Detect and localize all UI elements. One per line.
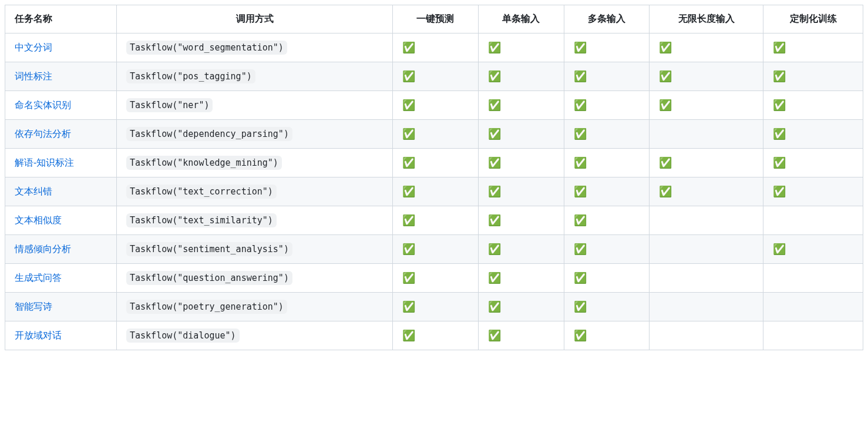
check-icon: ✅ <box>659 42 672 53</box>
invocation-code: Taskflow("dependency_parsing") <box>126 127 292 141</box>
task-link[interactable]: 依存句法分析 <box>15 129 71 139</box>
task-name-cell: 情感倾向分析 <box>5 235 117 264</box>
table-row: 开放域对话Taskflow("dialogue")✅✅✅ <box>5 321 863 350</box>
task-name-cell: 解语-知识标注 <box>5 149 117 177</box>
check-icon: ✅ <box>488 330 501 341</box>
check-cell: ✅ <box>763 62 863 91</box>
invocation-code: Taskflow("dialogue") <box>126 329 240 343</box>
check-cell: ✅ <box>393 321 479 350</box>
check-icon: ✅ <box>773 186 786 197</box>
invocation-cell: Taskflow("text_similarity") <box>117 206 393 235</box>
task-name-cell: 开放域对话 <box>5 321 117 350</box>
check-cell: ✅ <box>393 62 479 91</box>
check-cell: ✅ <box>478 120 564 149</box>
check-cell: ✅ <box>650 149 763 177</box>
table-header: 任务名称 调用方式 一键预测 单条输入 多条输入 无限长度输入 定制化训练 <box>5 5 863 33</box>
check-cell: ✅ <box>393 33 479 62</box>
table-row: 情感倾向分析Taskflow("sentiment_analysis")✅✅✅✅ <box>5 235 863 264</box>
check-cell: ✅ <box>763 149 863 177</box>
table-row: 智能写诗Taskflow("poetry_generation")✅✅✅ <box>5 293 863 321</box>
check-cell <box>650 264 763 293</box>
invocation-code: Taskflow("sentiment_analysis") <box>126 242 292 256</box>
task-link[interactable]: 生成式问答 <box>15 273 62 283</box>
check-cell: ✅ <box>393 149 479 177</box>
check-cell: ✅ <box>650 62 763 91</box>
check-cell: ✅ <box>763 91 863 120</box>
check-icon: ✅ <box>488 99 501 111</box>
check-icon: ✅ <box>488 272 501 284</box>
check-icon: ✅ <box>488 128 501 140</box>
invocation-code: Taskflow("word_segmentation") <box>126 41 287 55</box>
check-cell <box>763 264 863 293</box>
check-cell: ✅ <box>564 62 650 91</box>
check-icon: ✅ <box>574 99 587 111</box>
check-cell: ✅ <box>393 264 479 293</box>
task-link[interactable]: 词性标注 <box>15 71 52 81</box>
check-cell: ✅ <box>393 91 479 120</box>
task-link[interactable]: 情感倾向分析 <box>15 244 71 254</box>
check-cell: ✅ <box>478 33 564 62</box>
invocation-code: Taskflow("question_answering") <box>126 271 292 285</box>
table-row: 解语-知识标注Taskflow("knowledge_mining")✅✅✅✅✅ <box>5 149 863 177</box>
header-one-click-predict: 一键预测 <box>393 5 479 33</box>
table-row: 命名实体识别Taskflow("ner")✅✅✅✅✅ <box>5 91 863 120</box>
task-link[interactable]: 解语-知识标注 <box>15 157 74 167</box>
invocation-code: Taskflow("text_similarity") <box>126 213 277 227</box>
invocation-code: Taskflow("pos_tagging") <box>126 69 255 83</box>
check-cell: ✅ <box>393 235 479 264</box>
task-name-cell: 文本纠错 <box>5 177 117 206</box>
table-row: 中文分词Taskflow("word_segmentation")✅✅✅✅✅ <box>5 33 863 62</box>
check-icon: ✅ <box>402 301 415 313</box>
check-icon: ✅ <box>574 243 587 255</box>
invocation-cell: Taskflow("dialogue") <box>117 321 393 350</box>
check-icon: ✅ <box>488 157 501 169</box>
task-link[interactable]: 命名实体识别 <box>15 100 71 110</box>
header-row: 任务名称 调用方式 一键预测 单条输入 多条输入 无限长度输入 定制化训练 <box>5 5 863 33</box>
check-cell: ✅ <box>478 321 564 350</box>
check-icon: ✅ <box>402 330 415 341</box>
check-icon: ✅ <box>402 157 415 169</box>
check-icon: ✅ <box>773 243 786 255</box>
task-link[interactable]: 智能写诗 <box>15 301 52 311</box>
check-icon: ✅ <box>402 243 415 255</box>
table-row: 生成式问答Taskflow("question_answering")✅✅✅ <box>5 264 863 293</box>
table-body: 中文分词Taskflow("word_segmentation")✅✅✅✅✅词性… <box>5 33 863 350</box>
check-icon: ✅ <box>488 214 501 226</box>
check-cell: ✅ <box>564 235 650 264</box>
header-task-name: 任务名称 <box>5 5 117 33</box>
check-cell: ✅ <box>564 177 650 206</box>
check-cell <box>763 293 863 321</box>
task-link[interactable]: 中文分词 <box>15 42 52 52</box>
check-cell: ✅ <box>564 321 650 350</box>
check-icon: ✅ <box>574 128 587 140</box>
check-icon: ✅ <box>773 128 786 140</box>
check-cell: ✅ <box>478 206 564 235</box>
task-name-cell: 词性标注 <box>5 62 117 91</box>
check-icon: ✅ <box>488 243 501 255</box>
taskflow-table: 任务名称 调用方式 一键预测 单条输入 多条输入 无限长度输入 定制化训练 中文… <box>5 5 863 350</box>
check-cell: ✅ <box>763 120 863 149</box>
check-icon: ✅ <box>659 157 672 169</box>
check-cell: ✅ <box>564 149 650 177</box>
check-cell <box>650 235 763 264</box>
invocation-code: Taskflow("knowledge_mining") <box>126 156 282 170</box>
task-link[interactable]: 文本纠错 <box>15 186 52 196</box>
table-row: 文本纠错Taskflow("text_correction")✅✅✅✅✅ <box>5 177 863 206</box>
check-icon: ✅ <box>574 330 587 341</box>
invocation-cell: Taskflow("word_segmentation") <box>117 33 393 62</box>
check-icon: ✅ <box>773 99 786 111</box>
task-name-cell: 中文分词 <box>5 33 117 62</box>
check-icon: ✅ <box>574 42 587 53</box>
check-icon: ✅ <box>488 71 501 82</box>
check-icon: ✅ <box>574 214 587 226</box>
check-icon: ✅ <box>402 128 415 140</box>
check-cell: ✅ <box>478 91 564 120</box>
check-icon: ✅ <box>488 186 501 197</box>
header-multi-input: 多条输入 <box>564 5 650 33</box>
task-link[interactable]: 开放域对话 <box>15 330 62 340</box>
check-icon: ✅ <box>773 71 786 82</box>
check-cell: ✅ <box>478 149 564 177</box>
task-link[interactable]: 文本相似度 <box>15 215 62 225</box>
check-icon: ✅ <box>402 214 415 226</box>
check-icon: ✅ <box>574 186 587 197</box>
